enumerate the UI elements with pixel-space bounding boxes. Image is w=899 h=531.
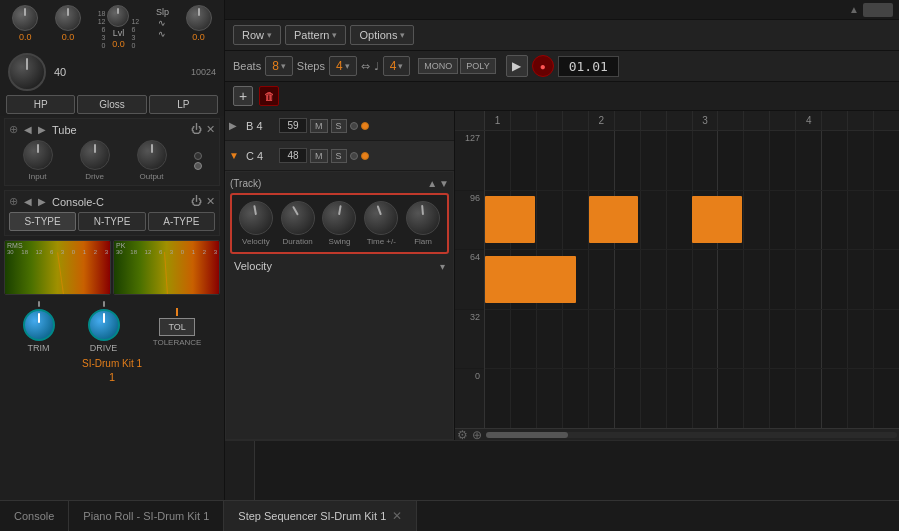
- options-arrow-icon: ▾: [400, 30, 405, 40]
- options-dropdown[interactable]: Options ▾: [350, 25, 414, 45]
- velocity-knob[interactable]: Velocity: [239, 201, 273, 246]
- scroll-track[interactable]: [486, 432, 897, 438]
- tol-button[interactable]: TOL: [159, 318, 194, 336]
- knob-2[interactable]: 0.0: [55, 5, 81, 42]
- track-1-m-button[interactable]: M: [310, 119, 328, 133]
- s-type-button[interactable]: S-TYPE: [9, 212, 76, 231]
- grid-row-1[interactable]: [485, 131, 899, 191]
- console-nav-left[interactable]: ◀: [24, 196, 32, 207]
- time-arrow: ▾: [398, 61, 403, 71]
- console-close-icon[interactable]: ✕: [206, 195, 215, 208]
- swing-knob[interactable]: Swing: [322, 201, 356, 246]
- knob-4[interactable]: 0.0: [186, 5, 212, 42]
- tube-mode-i[interactable]: [194, 152, 202, 160]
- mono-button[interactable]: MONO: [418, 58, 458, 74]
- mono-poly-buttons: MONO POLY: [418, 58, 495, 74]
- record-button[interactable]: ●: [532, 55, 554, 77]
- flam-knob[interactable]: Flam: [406, 201, 440, 246]
- note-b4-2: [589, 196, 639, 243]
- poly-button[interactable]: POLY: [460, 58, 495, 74]
- tube-output-knob[interactable]: Output: [137, 140, 167, 181]
- a-type-button[interactable]: A-TYPE: [148, 212, 215, 231]
- time-dropdown[interactable]: 4 ▾: [383, 56, 411, 76]
- grid-row-4[interactable]: [485, 310, 899, 370]
- grid-row-5[interactable]: [485, 369, 899, 428]
- nav-right-icon[interactable]: ▶: [38, 124, 46, 135]
- track-1-s-button[interactable]: S: [331, 119, 347, 133]
- scroll-thumb-v[interactable]: [863, 3, 893, 17]
- rms-label-right: PK: [116, 242, 125, 249]
- tab-console[interactable]: Console: [0, 501, 69, 531]
- beats-dropdown[interactable]: 8 ▾: [265, 56, 293, 76]
- slp-section: Slp ∿ ∿: [156, 7, 169, 39]
- track-2-expand-icon[interactable]: ▼: [229, 150, 243, 161]
- beat-bar: Beats 8 ▾ Steps 4 ▾ ⇔ ♩ 4 ▾: [225, 51, 899, 82]
- console-power-icon[interactable]: ⏻: [191, 195, 202, 208]
- track-1-expand-icon[interactable]: ▶: [229, 120, 243, 131]
- track-detail-header: (Track) ▲ ▼: [230, 176, 449, 193]
- delete-track-button[interactable]: 🗑: [259, 86, 279, 106]
- velocity-dropdown-row[interactable]: Velocity ▾: [230, 254, 449, 274]
- scroll-up-icon[interactable]: ▲: [849, 4, 859, 15]
- track-2-s-button[interactable]: S: [331, 149, 347, 163]
- drive-control[interactable]: DRIVE: [88, 301, 120, 353]
- grid-header-1: 1: [485, 111, 511, 130]
- scroll-thumb[interactable]: [486, 432, 568, 438]
- play-button[interactable]: ▶: [506, 55, 528, 77]
- console-nav-right[interactable]: ▶: [38, 196, 46, 207]
- console-globe-icon: ⊕: [9, 195, 18, 208]
- slp-waveform2: ∿: [158, 29, 166, 39]
- grid-cells: [485, 131, 899, 428]
- tab-step-seq-close-icon[interactable]: ✕: [392, 509, 402, 523]
- track-2-m-button[interactable]: M: [310, 149, 328, 163]
- tube-title: Tube: [52, 124, 77, 136]
- tube-close-icon[interactable]: ✕: [206, 123, 215, 136]
- track-2-value-input[interactable]: [279, 148, 307, 163]
- note-c4-1: [485, 256, 576, 303]
- scroll-zoom-icon[interactable]: ⊕: [472, 428, 482, 441]
- tube-input-knob[interactable]: Input: [23, 140, 53, 181]
- tab-step-sequencer[interactable]: Step Sequencer SI-Drum Kit 1 ✕: [224, 501, 417, 531]
- drive-label: DRIVE: [90, 343, 118, 353]
- tube-power-icon[interactable]: ⏻: [191, 123, 202, 136]
- tab-piano-roll[interactable]: Piano Roll - SI-Drum Kit 1: [69, 501, 224, 531]
- tube-drive-label: Drive: [85, 172, 104, 181]
- side-numbers-col: 127 96 64 32 0: [455, 131, 485, 428]
- note-icon: ♩: [374, 60, 379, 73]
- add-icon: +: [239, 88, 247, 104]
- track-1-dot-1: [350, 122, 358, 130]
- hp-button[interactable]: HP: [6, 95, 75, 114]
- console-section: ⊕ ◀ ▶ Console-C ⏻ ✕ S-TYPE N-TYPE A-TYPE: [4, 190, 220, 236]
- steps-dropdown[interactable]: 4 ▾: [329, 56, 357, 76]
- time-offset-knob[interactable]: Time +/-: [364, 201, 398, 246]
- velocity-knob-label: Velocity: [242, 237, 270, 246]
- h-scrollbar[interactable]: ⚙ ⊕: [455, 428, 899, 440]
- track-1-name: B 4: [246, 120, 276, 132]
- large-knob[interactable]: [8, 53, 46, 91]
- trim-control[interactable]: TRIM: [23, 301, 55, 353]
- tube-drive-knob[interactable]: Drive: [80, 140, 110, 181]
- add-delete-row: + 🗑: [225, 82, 899, 111]
- grid-row-2[interactable]: [485, 191, 899, 251]
- tube-mode-ii[interactable]: [194, 162, 202, 170]
- duration-knob[interactable]: Duration: [281, 201, 315, 246]
- nav-left-icon[interactable]: ◀: [24, 124, 32, 135]
- add-track-button[interactable]: +: [233, 86, 253, 106]
- knob-1[interactable]: 0.0: [12, 5, 38, 42]
- track-1-value-input[interactable]: [279, 118, 307, 133]
- globe-icon: ⊕: [9, 123, 18, 136]
- track-2-dot-2: [361, 152, 369, 160]
- row-dropdown[interactable]: Row ▾: [233, 25, 281, 45]
- track-detail-up-icon[interactable]: ▲: [427, 178, 437, 189]
- knob-lvl[interactable]: Lvl 0.0: [107, 5, 129, 49]
- lp-button[interactable]: LP: [149, 95, 218, 114]
- console-header: ⊕ ◀ ▶ Console-C ⏻ ✕: [9, 195, 215, 208]
- si-drum-number: 1: [0, 370, 224, 384]
- gloss-button[interactable]: Gloss: [77, 95, 146, 114]
- grid-col: 1 2 3 4: [455, 111, 899, 440]
- scroll-settings-icon[interactable]: ⚙: [457, 428, 468, 441]
- track-detail-down-icon[interactable]: ▼: [439, 178, 449, 189]
- n-type-button[interactable]: N-TYPE: [78, 212, 145, 231]
- pattern-dropdown[interactable]: Pattern ▾: [285, 25, 346, 45]
- grid-row-3[interactable]: [485, 250, 899, 310]
